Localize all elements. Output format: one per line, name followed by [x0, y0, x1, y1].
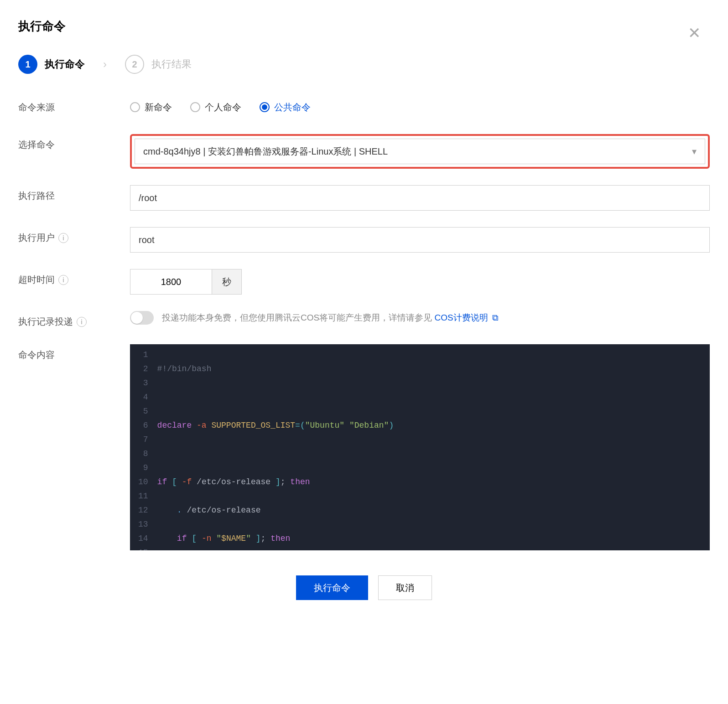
submit-button[interactable]: 执行命令	[296, 575, 368, 600]
label-exec-user: 执行用户 i	[18, 227, 130, 244]
step-execute-result[interactable]: 2 执行结果	[125, 55, 192, 74]
label-log-delivery: 执行记录投递 i	[18, 311, 130, 328]
cancel-button[interactable]: 取消	[378, 575, 432, 600]
label-command-content: 命令内容	[18, 344, 130, 361]
select-value: cmd-8q34hjy8 | 安装幻兽帕鲁游戏服务器-Linux系统 | SHE…	[143, 145, 388, 158]
external-link-icon: ⧉	[492, 313, 499, 322]
highlight-frame: cmd-8q34hjy8 | 安装幻兽帕鲁游戏服务器-Linux系统 | SHE…	[130, 134, 710, 169]
radio-personal-command[interactable]: 个人命令	[190, 101, 241, 114]
exec-path-input[interactable]	[130, 185, 710, 211]
command-source-radio-group: 新命令 个人命令 公共命令	[130, 97, 710, 118]
caret-down-icon: ▾	[692, 146, 697, 157]
steps-nav: 1 执行命令 › 2 执行结果	[18, 55, 710, 74]
step-execute-command[interactable]: 1 执行命令	[18, 55, 85, 74]
line-gutter: 123456789101112131415161718	[130, 344, 153, 550]
timeout-input[interactable]	[130, 269, 212, 295]
cos-pricing-link[interactable]: COS计费说明	[434, 313, 488, 322]
info-icon[interactable]: i	[77, 317, 87, 327]
step-number: 2	[125, 55, 144, 74]
timeout-unit: 秒	[212, 269, 242, 295]
log-delivery-toggle[interactable]	[130, 311, 154, 325]
code-content: #!/bin/bash declare -a SUPPORTED_OS_LIST…	[153, 344, 710, 550]
log-delivery-hint: 投递功能本身免费，但您使用腾讯云COS将可能产生费用，详情请参见 COS计费说明…	[162, 312, 499, 324]
dialog-footer: 执行命令 取消	[18, 575, 710, 600]
info-icon[interactable]: i	[58, 275, 68, 285]
label-command-source: 命令来源	[18, 97, 130, 114]
label-exec-path: 执行路径	[18, 185, 130, 202]
code-editor[interactable]: 123456789101112131415161718 #!/bin/bash …	[130, 344, 710, 550]
execute-command-dialog: 执行命令 ✕ 1 执行命令 › 2 执行结果 命令来源 新命令 个人命令	[0, 0, 728, 625]
step-label: 执行结果	[151, 57, 192, 71]
label-timeout: 超时时间 i	[18, 269, 130, 286]
label-select-command: 选择命令	[18, 134, 130, 151]
exec-user-input[interactable]	[130, 227, 710, 253]
step-number: 1	[18, 55, 37, 74]
radio-new-command[interactable]: 新命令	[130, 101, 172, 114]
radio-public-command[interactable]: 公共命令	[260, 101, 311, 114]
info-icon[interactable]: i	[58, 233, 68, 243]
step-label: 执行命令	[45, 57, 85, 71]
chevron-right-icon: ›	[103, 58, 107, 71]
select-command-dropdown[interactable]: cmd-8q34hjy8 | 安装幻兽帕鲁游戏服务器-Linux系统 | SHE…	[135, 139, 705, 164]
close-icon[interactable]: ✕	[688, 25, 701, 41]
dialog-title: 执行命令	[18, 18, 710, 34]
